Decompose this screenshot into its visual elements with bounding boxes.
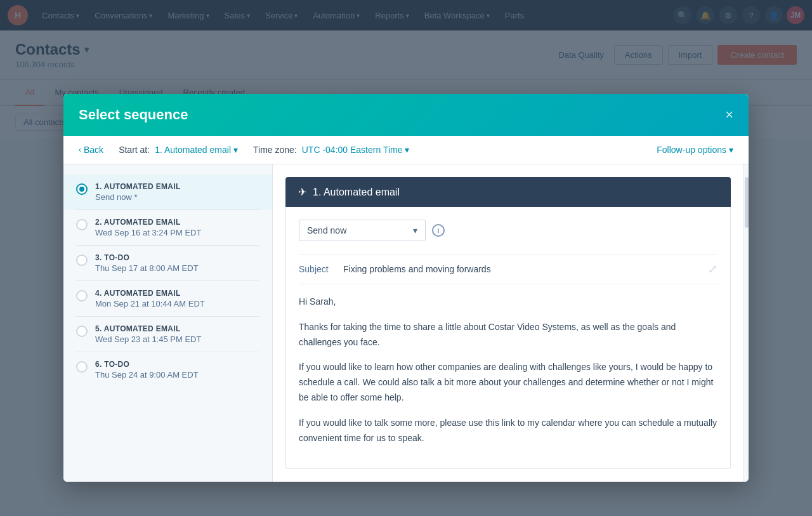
email-paragraph-3: If you would like to talk some more, ple… <box>299 416 717 446</box>
sequence-step-3[interactable]: 3. TO-DO Thu Sep 17 at 8:00 AM EDT <box>63 246 272 281</box>
chevron-down-icon: ▾ <box>233 145 238 155</box>
subject-row: Subject ⤢ <box>299 254 717 284</box>
sequence-sidebar: 1. AUTOMATED EMAIL Send now * 2. AUTOMAT… <box>63 164 273 482</box>
radio-step-6[interactable] <box>76 361 88 373</box>
sequence-step-5[interactable]: 5. AUTOMATED EMAIL Wed Sep 23 at 1:45 PM… <box>63 317 272 352</box>
sequence-step-4[interactable]: 4. AUTOMATED EMAIL Mon Sep 21 at 10:44 A… <box>63 281 272 316</box>
start-at: Start at: 1. Automated email ▾ <box>119 145 238 155</box>
seq-step-5-time: Wed Sep 23 at 1:45 PM EDT <box>95 334 259 344</box>
start-at-dropdown[interactable]: 1. Automated email ▾ <box>155 145 238 155</box>
modal-title: Select sequence <box>79 107 188 123</box>
send-now-row: Send now ▾ i <box>299 220 717 241</box>
email-body: Hi Sarah, Thanks for taking the time to … <box>299 294 717 446</box>
seq-step-5-name: 5. AUTOMATED EMAIL <box>95 324 259 333</box>
modal-body: 1. AUTOMATED EMAIL Send now * 2. AUTOMAT… <box>63 164 749 482</box>
timezone: Time zone: UTC -04:00 Eastern Time ▾ <box>253 145 409 155</box>
radio-step-5[interactable] <box>76 326 88 337</box>
sequence-step-6[interactable]: 6. TO-DO Thu Sep 24 at 9:00 AM EDT <box>63 352 272 387</box>
radio-step-1[interactable] <box>76 183 88 195</box>
radio-step-4[interactable] <box>76 290 88 301</box>
subject-input[interactable] <box>343 264 708 274</box>
send-now-value: Send now <box>307 225 346 235</box>
seq-step-3-time: Thu Sep 17 at 8:00 AM EDT <box>95 263 259 273</box>
email-form: Send now ▾ i Subject ⤢ Hi Sarah, <box>285 207 731 469</box>
email-step-header: ✈ 1. Automated email <box>285 177 731 207</box>
timezone-label: Time zone: <box>253 145 297 155</box>
seq-step-1-time: Send now * <box>95 192 259 202</box>
timezone-dropdown[interactable]: UTC -04:00 Eastern Time ▾ <box>302 145 410 155</box>
seq-step-2-name: 2. AUTOMATED EMAIL <box>95 218 259 227</box>
sequence-step-1[interactable]: 1. AUTOMATED EMAIL Send now * <box>63 175 272 209</box>
back-button[interactable]: ‹ Back <box>79 145 103 155</box>
chevron-down-icon: ▾ <box>405 145 409 155</box>
follow-up-options-button[interactable]: Follow-up options ▾ <box>657 145 733 155</box>
seq-step-4-time: Mon Sep 21 at 10:44 AM EDT <box>95 299 259 308</box>
scrollbar-thumb <box>745 177 749 228</box>
start-at-label: Start at: <box>119 145 150 155</box>
seq-step-2-time: Wed Sep 16 at 3:24 PM EDT <box>95 228 259 237</box>
email-step-title: 1. Automated email <box>313 187 400 198</box>
modal-close-button[interactable]: × <box>725 108 733 122</box>
seq-step-6-name: 6. TO-DO <box>95 360 259 369</box>
email-paragraph-1: Thanks for taking the time to share a li… <box>299 320 717 350</box>
seq-step-1-name: 1. AUTOMATED EMAIL <box>95 182 259 191</box>
expand-icon[interactable]: ⤢ <box>708 262 717 276</box>
info-icon[interactable]: i <box>432 224 445 237</box>
email-send-icon: ✈ <box>298 186 306 198</box>
email-greeting: Hi Sarah, <box>299 294 717 310</box>
radio-step-2[interactable] <box>76 219 88 230</box>
radio-step-3[interactable] <box>76 255 88 266</box>
seq-step-4-name: 4. AUTOMATED EMAIL <box>95 289 259 298</box>
subject-label: Subject <box>299 264 343 274</box>
seq-step-6-time: Thu Sep 24 at 9:00 AM EDT <box>95 370 259 380</box>
chevron-down-icon: ▾ <box>729 145 733 155</box>
chevron-down-icon: ▾ <box>413 225 417 235</box>
chevron-left-icon: ‹ <box>79 145 81 154</box>
email-paragraph-2: If you would like to learn how other com… <box>299 360 717 405</box>
send-now-dropdown[interactable]: Send now ▾ <box>299 220 426 241</box>
modal-header: Select sequence × <box>63 94 749 136</box>
content-scrollbar[interactable] <box>743 164 749 482</box>
select-sequence-modal: Select sequence × ‹ Back Start at: 1. Au… <box>63 94 749 482</box>
seq-step-3-name: 3. TO-DO <box>95 253 259 262</box>
sequence-step-2[interactable]: 2. AUTOMATED EMAIL Wed Sep 16 at 3:24 PM… <box>63 210 272 245</box>
modal-overlay: Select sequence × ‹ Back Start at: 1. Au… <box>0 0 812 516</box>
modal-sub-header: ‹ Back Start at: 1. Automated email ▾ Ti… <box>63 136 749 164</box>
email-content-area: ✈ 1. Automated email Send now ▾ i Subj <box>273 164 743 482</box>
